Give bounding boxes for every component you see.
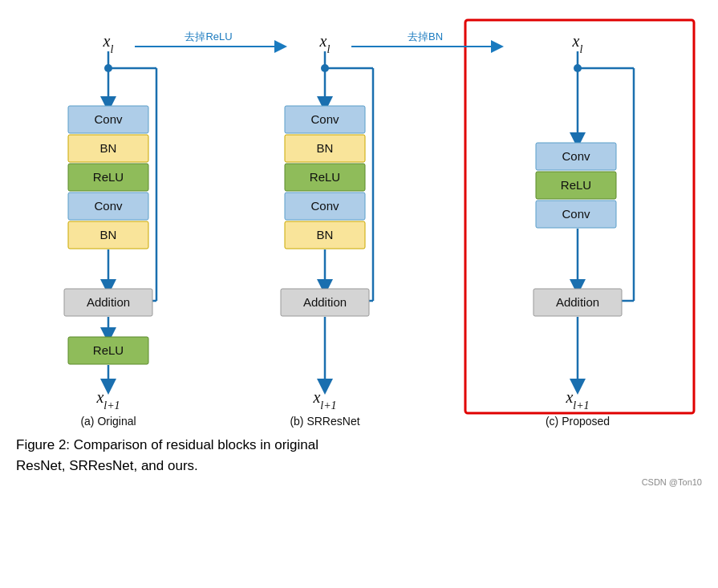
main-diagram: xl Conv BN ReLU Conv BN Addition	[16, 16, 702, 433]
col-a-relu1: ReLU	[93, 170, 124, 184]
arrow-bc-label: 去掉BN	[408, 30, 443, 43]
arrow-ab-label: 去掉ReLU	[185, 30, 232, 43]
col-b-conv1: Conv	[310, 112, 339, 126]
col-c-relu: ReLU	[561, 178, 591, 192]
watermark: CSDN @Ton10	[16, 477, 702, 487]
col-b-bn1: BN	[317, 141, 334, 155]
col-c-addition: Addition	[556, 295, 599, 309]
col-b-bn2: BN	[317, 228, 334, 241]
col-a-conv1: Conv	[94, 112, 123, 126]
col-a-caption: (a) Original	[80, 415, 136, 428]
col-a-bn1: BN	[100, 141, 117, 155]
col-a-output: xl+1	[95, 388, 120, 412]
figure-caption-area: Figure 2: Comparison of residual blocks …	[16, 435, 702, 487]
col-b-caption: (b) SRResNet	[290, 415, 359, 428]
col-c-conv2: Conv	[562, 207, 590, 221]
col-a-bn2: BN	[100, 228, 117, 241]
col-a-addition: Addition	[87, 295, 130, 309]
figure-caption-line1: Figure 2: Comparison of residual blocks …	[16, 437, 318, 452]
col-a-conv2: Conv	[94, 199, 123, 213]
col-a-relu2: ReLU	[93, 343, 124, 357]
col-c-caption: (c) Proposed	[546, 415, 610, 428]
figure-caption-line2: ResNet, SRResNet, and ours.	[16, 458, 198, 473]
col-b-relu: ReLU	[310, 170, 340, 184]
col-b-addition: Addition	[303, 295, 347, 309]
col-b-conv2: Conv	[310, 199, 339, 213]
col-c-output: xl+1	[565, 388, 589, 412]
col-b-output: xl+1	[312, 388, 336, 412]
figure-caption: Figure 2: Comparison of residual blocks …	[16, 435, 702, 476]
col-c-conv1: Conv	[562, 149, 590, 163]
